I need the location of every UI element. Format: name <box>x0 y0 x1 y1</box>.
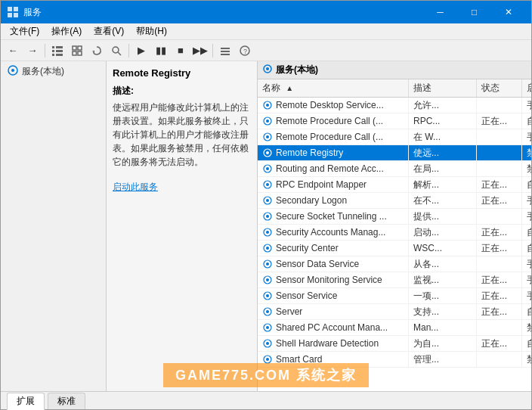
svg-point-25 <box>266 67 269 70</box>
svg-point-23 <box>11 69 14 72</box>
cell-status <box>477 320 522 335</box>
pause-service-button[interactable]: ▮▮ <box>152 42 170 59</box>
cell-status <box>477 209 522 224</box>
restart-service-button[interactable]: ▶▶ <box>191 42 209 59</box>
svg-point-45 <box>266 247 269 250</box>
services-table-container[interactable]: 名称 ▲ 描述 状态 启动类型 Remote Desktop Service..… <box>258 79 531 391</box>
row-service-icon <box>262 100 273 110</box>
table-row[interactable]: Server 支持... 正在... 自动 <box>258 304 531 320</box>
maximize-button[interactable]: □ <box>457 1 491 23</box>
menu-view[interactable]: 查看(V) <box>88 23 130 39</box>
main-area: 服务(本地) Remote Registry 描述: 使远程用户能修改此计算机上… <box>1 61 531 391</box>
table-row[interactable]: Security Center WSC... 正在... 自动(延迟... <box>258 241 531 256</box>
cell-desc: 使远... <box>409 145 477 160</box>
detail-link-start[interactable]: 启动此服务 <box>113 181 251 194</box>
svg-point-43 <box>266 231 269 234</box>
col-header-status[interactable]: 状态 <box>477 79 522 97</box>
close-button[interactable]: ✕ <box>491 1 525 23</box>
cell-startup: 自动(延迟... <box>522 241 531 256</box>
services-panel-icon <box>262 64 273 76</box>
cell-startup: 自动 <box>522 336 531 351</box>
detail-desc-text: 使远程用户能修改此计算机上的注册表设置。如果此服务被终止，只有此计算机上的用户才… <box>113 101 251 169</box>
services-panel-header: 服务(本地) <box>258 61 531 79</box>
menu-file[interactable]: 文件(F) <box>4 23 45 39</box>
table-row[interactable]: Shared PC Account Mana... Man... 禁用 <box>258 320 531 336</box>
browse-button[interactable] <box>107 42 125 59</box>
table-row[interactable]: Remote Procedure Call (... RPC... 正在... … <box>258 113 531 129</box>
table-row[interactable]: Secure Socket Tunneling ... 提供... 手动 <box>258 209 531 225</box>
table-row[interactable]: Remote Procedure Call (... 在 W... 手动 <box>258 129 531 145</box>
cell-desc: 为自... <box>409 336 477 351</box>
sort-arrow: ▲ <box>286 84 293 92</box>
table-row[interactable]: Secondary Logon 在不... 正在... 手动 <box>258 193 531 209</box>
back-button[interactable]: ← <box>4 42 22 59</box>
cell-status: 正在... <box>477 241 522 256</box>
table-row[interactable]: Security Accounts Manag... 启动... 正在... 自… <box>258 225 531 241</box>
toolbar-sep-3 <box>212 44 213 57</box>
detail-panel: Remote Registry 描述: 使远程用户能修改此计算机上的注册表设置。… <box>107 61 258 391</box>
menu-action[interactable]: 操作(A) <box>45 23 88 39</box>
cell-name: Remote Procedure Call (... <box>258 113 409 129</box>
show-tree-button[interactable] <box>48 42 66 59</box>
refresh-button[interactable] <box>88 42 106 59</box>
menu-help[interactable]: 帮助(H) <box>130 23 173 39</box>
start-service-button[interactable]: ▶ <box>132 42 150 59</box>
svg-rect-2 <box>8 13 12 17</box>
svg-rect-19 <box>221 54 230 55</box>
cell-startup: 自动 <box>522 304 531 319</box>
tab-extended[interactable]: 扩展 <box>7 393 45 410</box>
cell-name: RPC Endpoint Mapper <box>258 177 409 192</box>
svg-point-49 <box>266 278 269 281</box>
table-row[interactable]: Sensor Monitoring Service 监视... 正在... 手动… <box>258 272 531 288</box>
cell-startup: 自动 <box>522 225 531 240</box>
table-row[interactable]: Remote Desktop Service... 允许... 手动 <box>258 98 531 113</box>
table-row[interactable]: Smart Card 管理... 禁用 <box>258 352 531 368</box>
cell-name: Shell Hardware Detection <box>258 336 409 351</box>
row-service-icon <box>262 132 273 142</box>
detail-service-name: Remote Registry <box>113 67 251 79</box>
table-row[interactable]: Remote Registry 使远... 禁用 <box>258 145 531 161</box>
tab-standard[interactable]: 标准 <box>48 393 85 409</box>
svg-line-16 <box>118 52 121 55</box>
view-button[interactable] <box>68 42 86 59</box>
col-header-startup[interactable]: 启动类型 <box>522 79 531 97</box>
table-row[interactable]: RPC Endpoint Mapper 解析... 正在... 自动 <box>258 177 531 193</box>
cell-desc: 启动... <box>409 225 477 240</box>
help-button[interactable]: ? <box>236 42 254 59</box>
cell-desc: 在不... <box>409 193 477 208</box>
svg-point-33 <box>266 151 269 154</box>
svg-point-51 <box>266 294 269 297</box>
cell-status <box>477 161 522 176</box>
cell-status <box>477 256 522 272</box>
col-header-name[interactable]: 名称 ▲ <box>258 79 409 97</box>
col-header-desc[interactable]: 描述 <box>409 79 477 97</box>
cell-desc: 提供... <box>409 209 477 224</box>
cell-desc: 在局... <box>409 161 477 176</box>
nav-services-local[interactable]: 服务(本地) <box>1 61 106 82</box>
cell-startup: 手动 <box>522 129 531 144</box>
table-row[interactable]: Shell Hardware Detection 为自... 正在... 自动 <box>258 336 531 352</box>
cell-desc: Man... <box>409 320 477 335</box>
properties-button[interactable] <box>216 42 234 59</box>
svg-point-31 <box>266 135 269 138</box>
svg-rect-0 <box>8 7 12 11</box>
cell-startup: 自动 <box>522 113 531 129</box>
table-row[interactable]: Sensor Data Service 从各... 手动(触发... <box>258 256 531 272</box>
cell-startup: 手动 <box>522 193 531 208</box>
cell-name: Remote Registry <box>258 145 409 160</box>
svg-rect-12 <box>73 51 76 55</box>
minimize-button[interactable]: ─ <box>423 1 457 23</box>
table-row[interactable]: Sensor Service 一项... 正在... 手动(触发... <box>258 288 531 304</box>
table-row[interactable]: Routing and Remote Acc... 在局... 禁用 <box>258 161 531 177</box>
forward-button[interactable]: → <box>23 42 42 59</box>
row-service-icon <box>262 195 273 206</box>
svg-rect-17 <box>221 48 230 49</box>
svg-point-27 <box>266 104 269 107</box>
svg-point-39 <box>266 199 269 202</box>
stop-service-button[interactable]: ■ <box>172 42 190 59</box>
cell-name: Server <box>258 304 409 319</box>
cell-status: 正在... <box>477 336 522 351</box>
cell-startup: 禁用 <box>522 320 531 335</box>
svg-rect-4 <box>52 46 54 48</box>
svg-rect-6 <box>52 50 54 52</box>
